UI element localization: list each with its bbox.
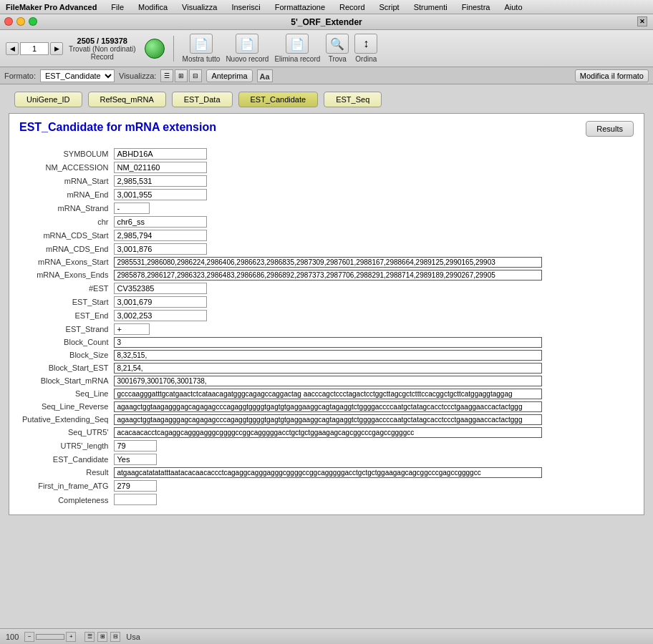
table-view-button[interactable]: ⊞: [175, 69, 188, 82]
nm-accession-label: NM_ACCESSION: [19, 160, 111, 174]
tab-unigene-id[interactable]: UniGene_ID: [14, 92, 82, 107]
seq-utr5-value[interactable]: acacaacacctcagaggcagggagggcggggccggcaggg…: [114, 427, 542, 438]
menu-filemaker[interactable]: FileMaker Pro Advanced: [3, 3, 100, 11]
sort-button[interactable]: ↕ Ordina: [354, 34, 377, 63]
show-all-label: Mostra tutto: [183, 55, 221, 63]
est-candidate-cell: Yes: [111, 452, 634, 466]
table-row: #EST CV352385: [19, 281, 634, 295]
block-count-label: Block_Count: [19, 336, 111, 348]
block-size-cell: 8,32,515,: [111, 348, 634, 361]
results-button[interactable]: Results: [586, 121, 634, 137]
zoom-slider: − +: [24, 632, 76, 642]
next-record-button[interactable]: ▶: [50, 42, 63, 55]
completeness-cell: [111, 492, 634, 507]
table-row: EST_Candidate Yes: [19, 452, 634, 466]
seq-utr5-cell: acacaacacctcagaggcagggagggcggggccggcaggg…: [111, 426, 634, 439]
menu-finestra[interactable]: Finestra: [459, 3, 493, 11]
status-indicator: [145, 39, 165, 59]
table-row: Block_Size 8,32,515,: [19, 348, 634, 361]
utr5-length-value[interactable]: 79: [114, 440, 157, 452]
mrna-cds-start-value[interactable]: 2,985,794: [114, 230, 207, 241]
statusbar: 100 − + ☰ ⊞ ⊟ Usa: [0, 628, 653, 644]
menu-strumenti[interactable]: Strumenti: [411, 3, 450, 11]
delete-record-icon: 📄: [286, 34, 309, 54]
mrna-end-cell: 3,001,955: [111, 187, 634, 201]
table-row: Result atgaagcatatatatttaatacacaacaccctc…: [19, 466, 634, 479]
block-start-est-cell: 8,21,54,: [111, 361, 634, 374]
modify-format-button[interactable]: Modifica il formato: [575, 69, 649, 82]
menu-modifica[interactable]: Modifica: [135, 3, 170, 11]
mrna-exons-ends-value[interactable]: 2985878,2986127,2986323,2986483,2986686,…: [114, 270, 542, 280]
delete-record-button[interactable]: 📄 Elimina record: [274, 34, 320, 63]
putative-extending-seq-value[interactable]: agaagctggtaagagggagcagagagcccagaggtggggt…: [114, 414, 542, 425]
symbolum-value[interactable]: ABHD16A: [114, 148, 207, 160]
mrna-start-value[interactable]: 2,985,531: [114, 175, 207, 187]
completeness-value[interactable]: [114, 494, 157, 505]
new-record-icon: 📄: [236, 34, 258, 54]
window-title: 5'_ORF_Extender: [291, 17, 362, 27]
menu-formattazione[interactable]: Formattazione: [272, 3, 328, 11]
est-hash-value[interactable]: CV352385: [114, 283, 207, 294]
record-number-input[interactable]: [20, 42, 49, 55]
menu-aiuto[interactable]: Aiuto: [501, 3, 525, 11]
view-grid-button[interactable]: ⊟: [110, 632, 120, 642]
block-start-mrna-value[interactable]: 3001679,3001706,3001738,: [114, 376, 542, 386]
est-end-value[interactable]: 3,002,253: [114, 310, 207, 321]
main-content: UniGene_ID RefSeq_mRNA EST_Data EST_Cand…: [0, 84, 653, 628]
tab-refseq-mrna[interactable]: RefSeq_mRNA: [88, 92, 166, 107]
preview-button[interactable]: Anteprima: [206, 69, 252, 82]
list-view-button[interactable]: ☰: [160, 69, 173, 82]
content-area: Results EST_Candidate for mRNA extension…: [9, 113, 644, 515]
view-list-button[interactable]: ☰: [84, 632, 95, 642]
close-button[interactable]: [4, 17, 13, 26]
maximize-button[interactable]: [29, 17, 37, 26]
mrna-cds-end-value[interactable]: 3,001,876: [114, 243, 207, 255]
minimize-button[interactable]: [16, 17, 25, 26]
chr-value[interactable]: chr6_ss: [114, 216, 207, 228]
grid-view-button[interactable]: ⊟: [189, 69, 202, 82]
mrna-exons-start-cell: 2985531,2986080,2986224,2986406,2986623,…: [111, 255, 634, 268]
est-strand-value[interactable]: +: [114, 323, 150, 335]
seq-line-label: Seq_Line: [19, 387, 111, 400]
table-row: SYMBOLUM ABHD16A: [19, 147, 634, 160]
view-table-button[interactable]: ⊞: [97, 632, 107, 642]
mrna-strand-value[interactable]: -: [114, 203, 150, 214]
block-count-value[interactable]: 3: [114, 337, 542, 348]
est-start-value[interactable]: 3,001,679: [114, 296, 207, 308]
first-atg-value[interactable]: 279: [114, 480, 157, 492]
nm-accession-value[interactable]: NM_021160: [114, 162, 207, 173]
block-start-est-value[interactable]: 8,21,54,: [114, 363, 542, 374]
est-candidate-value[interactable]: Yes: [114, 454, 157, 465]
mrna-cds-start-label: mRNA_CDS_Start: [19, 228, 111, 242]
block-size-value[interactable]: 8,32,515,: [114, 350, 542, 361]
tab-est-data[interactable]: EST_Data: [172, 92, 233, 107]
prev-record-button[interactable]: ◀: [6, 42, 19, 55]
record-label: Record: [91, 53, 114, 61]
tab-est-seq[interactable]: EST_Seq: [324, 92, 382, 107]
find-button[interactable]: 🔍 Trova: [326, 34, 349, 63]
menubar: FileMaker Pro Advanced File Modifica Vis…: [0, 0, 653, 14]
mrna-cds-end-cell: 3,001,876: [111, 242, 634, 255]
menu-inserisci[interactable]: Inserisci: [228, 3, 263, 11]
zoom-out-button[interactable]: −: [24, 632, 34, 642]
show-all-button[interactable]: 📄 Mostra tutto: [183, 34, 221, 63]
tab-est-candidate[interactable]: EST_Candidate: [238, 92, 319, 107]
zoom-in-button[interactable]: +: [66, 632, 76, 642]
new-record-button[interactable]: 📄 Nuovo record: [226, 34, 269, 63]
window-close-right[interactable]: ✕: [637, 16, 647, 26]
menu-file[interactable]: File: [108, 3, 127, 11]
format-select[interactable]: EST_Candidate: [40, 69, 115, 82]
menu-visualizza[interactable]: Visualizza: [179, 3, 220, 11]
menu-record[interactable]: Record: [337, 3, 367, 11]
table-row: UTR5'_length 79: [19, 439, 634, 452]
mrna-exons-start-value[interactable]: 2985531,2986080,2986224,2986406,2986623,…: [114, 257, 542, 268]
seq-line-value[interactable]: gcccaagggatttgcatgaactctcataacagatgggcag…: [114, 389, 542, 399]
table-row: mRNA_Strand -: [19, 201, 634, 215]
seq-line-reverse-value[interactable]: agaagctggtaagagggagcagagagcccagaggtggggt…: [114, 401, 542, 412]
table-row: EST_Start 3,001,679: [19, 295, 634, 308]
result-value[interactable]: atgaagcatatatatttaatacacaacaccctcagaggca…: [114, 467, 542, 478]
mrna-end-value[interactable]: 3,001,955: [114, 189, 207, 200]
menu-script[interactable]: Script: [377, 3, 402, 11]
mrna-start-cell: 2,985,531: [111, 174, 634, 187]
est-hash-cell: CV352385: [111, 281, 634, 295]
